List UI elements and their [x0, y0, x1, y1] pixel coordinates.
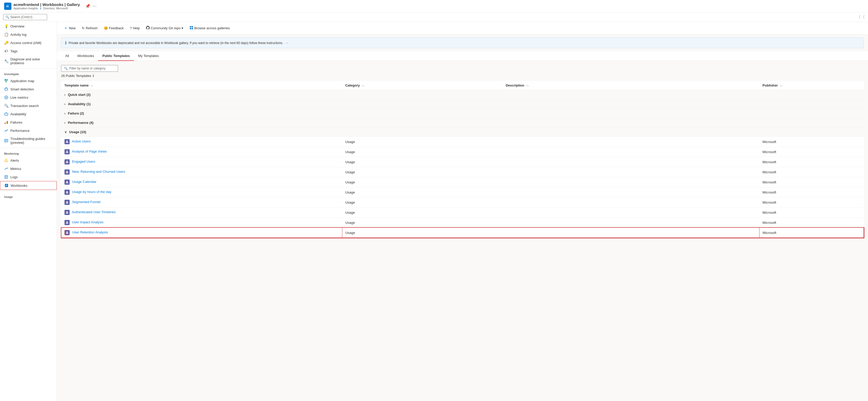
sidebar-item-failures[interactable]: Failures [0, 118, 57, 126]
column-header-publisher[interactable]: Publisher ↑↓ [760, 81, 864, 90]
sidebar-item-availability[interactable]: Availability [0, 110, 57, 118]
sidebar-label-tags: Tags [10, 49, 17, 53]
publisher-active-users: Microsoft [763, 140, 776, 144]
collapse-sidebar-btn[interactable]: 〈〈 [857, 14, 865, 20]
smart-detection-icon [4, 87, 8, 91]
template-link-active-users[interactable]: Active Users [72, 140, 91, 143]
svg-rect-30 [190, 26, 191, 27]
sidebar-item-diagnose[interactable]: 🔧 Diagnose and solve problems [0, 55, 57, 67]
template-link-usage-calendar[interactable]: Usage Calendar [72, 180, 96, 184]
sidebar-item-logs[interactable]: Logs [0, 173, 57, 181]
template-link-usage-by-hours[interactable]: Usage by hours of the day [72, 190, 111, 194]
tab-my-templates[interactable]: My Templates [134, 51, 163, 61]
community-git-button[interactable]: Community Git repo ▾ [144, 25, 186, 32]
sidebar-item-workbooks[interactable]: Workbooks [0, 181, 57, 190]
template-link-authenticated-timelines[interactable]: Authenticated User Timelines [72, 210, 116, 214]
sidebar-item-live-metrics[interactable]: Live metrics [0, 93, 57, 101]
new-button[interactable]: ＋ New [61, 24, 78, 32]
category-segmented-funnel: Usage [345, 201, 355, 205]
svg-rect-31 [192, 26, 193, 27]
alerts-icon [4, 158, 8, 162]
group-toggle-quick-start: › [64, 93, 65, 97]
svg-point-41 [66, 211, 68, 213]
help-button[interactable]: ? Help [127, 25, 143, 31]
top-bar: AI acmefrontend | Workbooks | Gallery Ap… [0, 0, 868, 12]
column-category-label: Category [345, 84, 360, 87]
publisher-analysis-page-views: Microsoft [763, 150, 776, 154]
pin-icon[interactable]: 📌 [85, 4, 90, 8]
transaction-search-icon: 🔍 [4, 103, 8, 108]
svg-point-42 [66, 221, 68, 223]
github-icon [146, 26, 150, 30]
sidebar-item-overview[interactable]: 💡 Overview [0, 22, 57, 30]
template-link-analysis-page-views[interactable]: Analysis of Page Views [72, 150, 107, 153]
template-icon-user-impact-analysis [64, 220, 70, 225]
table-row: New, Returning and Churned Users Usage M… [61, 167, 864, 177]
feedback-icon: 😊 [104, 26, 108, 30]
sidebar-item-application-map[interactable]: Application map [0, 77, 57, 85]
notice-link[interactable]: → [285, 41, 288, 45]
svg-rect-2 [5, 79, 6, 81]
group-row-availability[interactable]: › Availability (1) [61, 99, 864, 109]
column-header-name[interactable]: Template name ↑↓ [61, 81, 342, 90]
chevron-down-icon: ▾ [182, 26, 183, 30]
tab-workbooks[interactable]: Workbooks [73, 51, 98, 61]
browse-galleries-button[interactable]: Browse across galleries [187, 25, 232, 32]
troubleshooting-icon [4, 138, 8, 143]
search-box[interactable]: 🔍 Search (Cmd+/) [3, 14, 47, 20]
count-info-icon[interactable]: ℹ [93, 74, 94, 78]
column-name-label: Template name [64, 84, 89, 87]
sidebar-item-performance[interactable]: Performance [0, 126, 57, 135]
sidebar-item-alerts[interactable]: Alerts [0, 156, 57, 164]
sidebar-item-tags[interactable]: 🏷 Tags [0, 47, 57, 55]
group-row-performance[interactable]: › Performance (4) [61, 118, 864, 127]
tab-all[interactable]: All [61, 51, 73, 61]
svg-point-40 [66, 201, 68, 203]
column-header-description[interactable]: Description ↑↓ [503, 81, 760, 90]
template-link-segmented-funnel[interactable]: Segmented Funnel [72, 200, 100, 204]
table-row-user-retention: User Retention Analysis Usage Microsoft [61, 228, 864, 238]
template-link-engaged-users[interactable]: Engaged Users [72, 160, 95, 163]
template-link-new-returning-churned[interactable]: New, Returning and Churned Users [72, 170, 125, 174]
sidebar-item-smart-detection[interactable]: Smart detection [0, 85, 57, 93]
content-area: ＋ New ↻ Refresh 😊 Feedback ? Help [57, 22, 868, 401]
activity-log-icon: 📋 [4, 32, 8, 36]
tab-public-templates[interactable]: Public Templates [98, 51, 134, 61]
category-usage-by-hours: Usage [345, 190, 355, 194]
template-icon-user-retention [64, 230, 70, 235]
browse-icon [190, 26, 193, 30]
publisher-new-returning-churned: Microsoft [763, 170, 776, 174]
diagnose-icon: 🔧 [4, 59, 8, 63]
template-link-user-retention[interactable]: User Retention Analysis [72, 230, 108, 234]
publisher-engaged-users: Microsoft [763, 160, 776, 164]
template-link-user-impact-analysis[interactable]: User Impact Analysis [72, 220, 103, 224]
live-metrics-icon [4, 95, 8, 99]
performance-icon [4, 128, 8, 133]
group-row-usage[interactable]: ∨ Usage (10) [61, 127, 864, 137]
browse-galleries-label: Browse across galleries [194, 26, 230, 30]
sidebar-item-activity-log[interactable]: 📋 Activity log [0, 30, 57, 39]
sidebar-item-transaction-search[interactable]: 🔍 Transaction search [0, 101, 57, 110]
category-new-returning-churned: Usage [345, 170, 355, 174]
filter-icon: 🔍 [64, 67, 68, 70]
refresh-button[interactable]: ↻ Refresh [79, 25, 100, 31]
column-header-category[interactable]: Category ↑↓ [342, 81, 503, 90]
table-row: Engaged Users Usage Microsoft [61, 157, 864, 167]
feedback-button[interactable]: 😊 Feedback [101, 25, 126, 31]
category-authenticated-timelines: Usage [345, 211, 355, 215]
failures-icon [4, 120, 8, 124]
sidebar-item-access-control[interactable]: 🔑 Access control (IAM) [0, 39, 57, 47]
column-description-label: Description [506, 84, 524, 87]
tabs-bar: All Workbooks Public Templates My Templa… [57, 51, 868, 61]
group-row-quick-start[interactable]: › Quick start (2) [61, 90, 864, 99]
sidebar-item-metrics[interactable]: Metrics [0, 164, 57, 173]
more-icon[interactable]: ⋯ [92, 4, 97, 8]
filter-input[interactable]: 🔍 Filter by name or category [61, 65, 118, 72]
workbooks-icon [4, 183, 8, 188]
publisher-user-impact-analysis: Microsoft [763, 221, 776, 224]
group-row-failure[interactable]: › Failure (2) [61, 109, 864, 118]
sidebar-label-logs: Logs [10, 175, 18, 179]
svg-point-34 [66, 141, 68, 142]
sidebar-item-troubleshooting[interactable]: Troubleshooting guides (preview) [0, 135, 57, 147]
template-icon-engaged-users [64, 159, 70, 164]
